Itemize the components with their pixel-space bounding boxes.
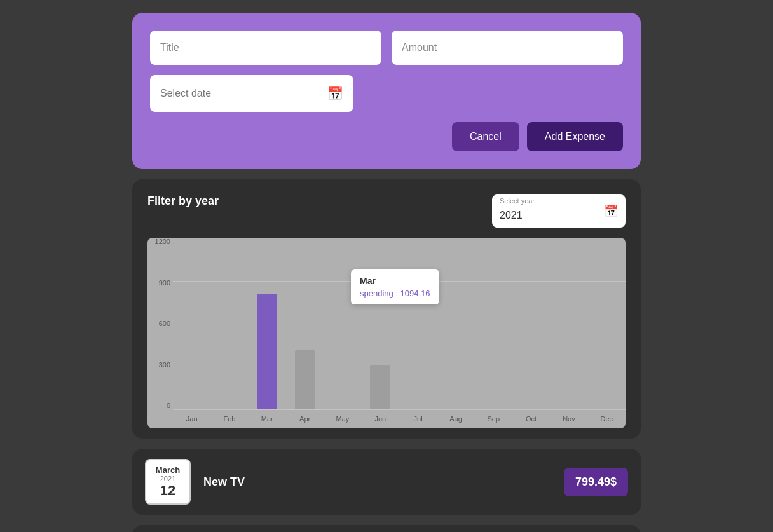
bar-apr (286, 350, 324, 409)
x-label-aug: Aug (437, 415, 474, 423)
y-axis: 1200 900 600 300 0 (147, 238, 173, 409)
bar-mar (249, 294, 286, 409)
expense-amount-1: 799.49$ (564, 468, 628, 496)
x-label-apr: Apr (286, 415, 324, 423)
main-container: 📅 Cancel Add Expense Filter by year Sele… (132, 13, 641, 532)
add-expense-form: 📅 Cancel Add Expense (132, 13, 641, 169)
x-label-may: May (324, 415, 361, 423)
chart-section: Filter by year Select year 📅 1200 900 60… (132, 179, 641, 439)
expense-title-1: New TV (203, 475, 551, 489)
x-axis: Jan Feb Mar Apr May Jun Jul Aug Sep Oct … (173, 409, 626, 428)
x-label-jan: Jan (173, 415, 210, 423)
y-label-600: 600 (159, 320, 170, 327)
amount-input[interactable] (392, 31, 623, 65)
x-label-sep: Sep (475, 415, 512, 423)
y-label-900: 900 (159, 279, 170, 287)
x-label-nov: Nov (550, 415, 587, 423)
bars-container (173, 238, 626, 409)
year-calendar-icon: 📅 (604, 204, 618, 218)
filter-by-year-label: Filter by year (147, 194, 219, 208)
calendar-icon: 📅 (327, 86, 343, 101)
chart-header: Filter by year Select year 📅 (147, 194, 626, 228)
expense-day-1: 12 (160, 482, 175, 499)
y-label-300: 300 (159, 361, 170, 369)
form-actions: Cancel Add Expense (150, 122, 623, 151)
y-label-1200: 1200 (155, 238, 170, 245)
bar-jun (362, 365, 399, 409)
x-label-feb: Feb (210, 415, 248, 423)
expense-year-1: 2021 (160, 475, 175, 482)
form-top-row (150, 31, 623, 65)
select-year-label: Select year (500, 197, 535, 205)
title-input[interactable] (150, 31, 381, 65)
date-input-wrapper[interactable]: 📅 (150, 75, 353, 112)
form-date-row: 📅 (150, 75, 623, 112)
date-input[interactable] (160, 88, 327, 99)
year-input-wrapper[interactable]: Select year 📅 (492, 194, 626, 228)
x-label-mar: Mar (249, 415, 286, 423)
chart-area: 1200 900 600 300 0 (147, 238, 626, 428)
x-label-dec: Dec (588, 415, 626, 423)
cancel-button[interactable]: Cancel (452, 122, 519, 151)
x-label-jun: Jun (362, 415, 399, 423)
x-label-oct: Oct (512, 415, 550, 423)
expense-date-badge-1: March 2021 12 (145, 459, 191, 505)
expense-month-1: March (156, 465, 180, 475)
x-label-jul: Jul (399, 415, 437, 423)
y-label-0: 0 (167, 402, 170, 409)
expense-item-2: March 2021 (132, 525, 641, 532)
add-expense-button[interactable]: Add Expense (527, 122, 623, 151)
expense-item-1: March 2021 12 New TV 799.49$ (132, 449, 641, 515)
